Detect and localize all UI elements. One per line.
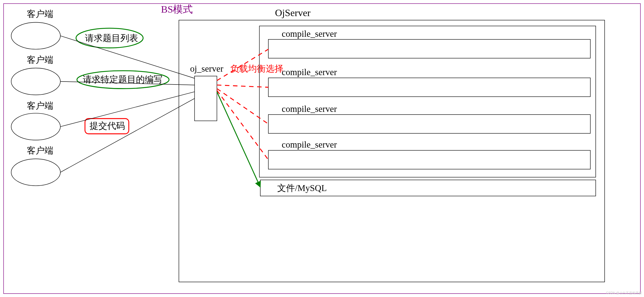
ojserver-container — [179, 20, 605, 282]
compile-box-1 — [268, 39, 590, 58]
client-label-3: 客户端 — [27, 101, 53, 111]
client-ellipse-1 — [11, 22, 60, 49]
compile-box-3 — [268, 115, 590, 133]
storage-label: 文件/MySQL — [277, 183, 327, 193]
ojserver-title: OjServer — [275, 7, 310, 18]
lb-edge-3 — [217, 89, 268, 124]
compile-label-2: compile_server — [282, 67, 337, 77]
watermark: CSDN @小白不是程序媛 — [606, 291, 642, 295]
compile-box-2 — [268, 78, 590, 97]
request-detail-label: 请求特定题目的编写 — [83, 74, 162, 84]
compile-label-3: compile_server — [282, 104, 337, 114]
diagram-canvas: BS模式 客户端 客户端 客户端 客户端 请求题目列表 请求特定题目的编写 提交… — [0, 0, 644, 297]
request-list-label: 请求题目列表 — [85, 33, 138, 43]
load-balance-label: 负载均衡选择 — [230, 64, 283, 74]
oj-server-box — [195, 76, 217, 121]
client-ellipse-4 — [11, 159, 60, 186]
compile-cluster — [259, 26, 595, 177]
compile-label-4: compile_server — [282, 140, 337, 149]
lb-edge-4 — [217, 90, 268, 160]
compile-box-4 — [268, 150, 590, 169]
request-submit-label: 提交代码 — [90, 121, 125, 131]
edge-client4-oj — [60, 98, 194, 172]
client-label-4: 客户端 — [27, 145, 53, 155]
client-label-1: 客户端 — [27, 9, 53, 19]
edge-client3-oj — [60, 92, 194, 127]
diagram-title: BS模式 — [161, 4, 193, 15]
client-ellipse-3 — [11, 113, 60, 140]
compile-label-1: compile_server — [282, 29, 337, 39]
client-ellipse-2 — [11, 68, 60, 95]
oj-server-label: oj_server — [190, 64, 223, 74]
client-label-2: 客户端 — [27, 55, 53, 65]
storage-edge — [217, 92, 260, 187]
lb-edge-2 — [217, 85, 268, 87]
